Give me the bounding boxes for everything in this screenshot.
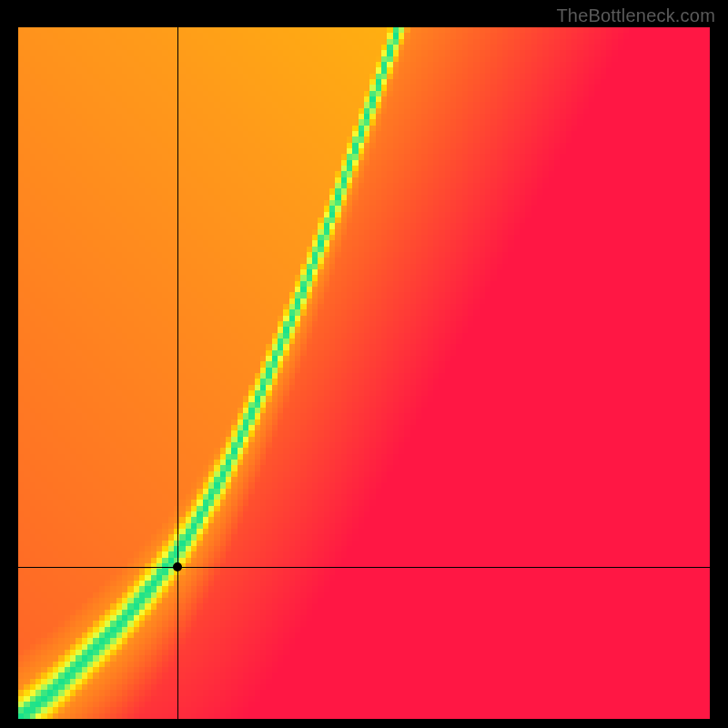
heatmap-canvas	[18, 27, 710, 719]
crosshair-marker	[173, 562, 182, 571]
heatmap-plot	[18, 27, 710, 719]
watermark-text: TheBottleneck.com	[556, 5, 715, 26]
crosshair-vertical	[177, 27, 178, 719]
crosshair-horizontal	[18, 567, 710, 568]
